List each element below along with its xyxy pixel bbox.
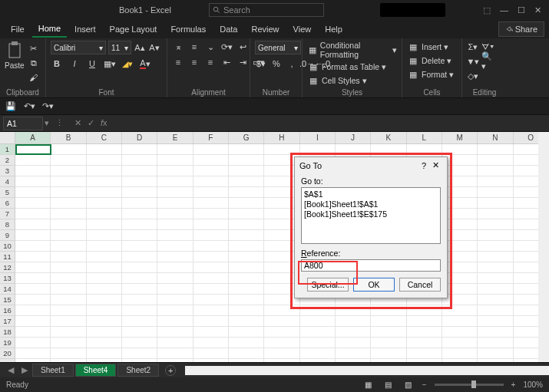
cell[interactable] [157,359,193,362]
cell[interactable] [300,144,336,155]
cell[interactable] [157,219,193,230]
row-header[interactable]: 4 [0,176,15,187]
cell[interactable] [15,241,51,252]
cell[interactable] [15,176,51,187]
row-header[interactable]: 10 [0,241,15,252]
cell[interactable] [229,252,264,262]
cell[interactable] [193,359,229,362]
cell[interactable] [442,359,478,362]
normal-view-icon[interactable]: ▦ [362,379,375,391]
cell[interactable] [193,209,229,219]
underline-icon[interactable]: U [86,58,98,70]
cell[interactable] [478,187,513,198]
column-header[interactable]: E [157,132,193,143]
tab-file[interactable]: File [5,21,31,37]
cell[interactable] [442,316,478,327]
percent-icon[interactable]: % [270,58,283,70]
row-header[interactable]: 3 [0,166,15,176]
cell[interactable] [122,230,157,241]
insert-cells-button[interactable]: ▦Insert▾ [407,41,448,53]
align-bottom-icon[interactable]: ⌄ [204,41,217,53]
cell[interactable] [229,316,264,327]
cell[interactable] [300,338,336,348]
cell[interactable] [478,155,513,166]
font-color-icon[interactable]: A▾ [139,58,151,70]
cell[interactable] [478,316,513,327]
cell[interactable] [51,252,86,262]
cell[interactable] [407,327,442,338]
cell[interactable] [122,295,157,305]
font-size-dropdown[interactable]: 11▾ [108,41,131,54]
row-header[interactable]: 14 [0,284,15,295]
cell[interactable] [229,166,264,176]
cell[interactable] [264,316,299,327]
cell[interactable] [193,305,229,316]
row-header[interactable]: 13 [0,273,15,284]
page-layout-view-icon[interactable]: ▤ [382,379,395,391]
clear-icon[interactable]: ◇▾ [467,70,479,82]
row-header[interactable]: 18 [0,327,15,338]
cell[interactable] [193,187,229,198]
row-header[interactable]: 11 [0,252,15,262]
cell[interactable] [51,359,86,362]
cell[interactable] [51,230,86,241]
cell[interactable] [229,230,264,241]
cell[interactable] [193,166,229,176]
fill-icon[interactable]: ▼▾ [467,55,479,68]
number-format-dropdown[interactable]: General▾ [255,41,301,54]
cancel-button[interactable]: Cancel [399,278,441,292]
cell[interactable] [336,327,371,338]
cell[interactable] [229,187,264,198]
cell[interactable] [300,316,336,327]
minimize-icon[interactable]: — [500,5,508,15]
cell[interactable] [15,305,51,316]
cell[interactable] [478,252,513,262]
name-box[interactable]: A1 [3,117,43,130]
cell[interactable] [15,155,51,166]
cell[interactable] [157,155,193,166]
cell[interactable] [478,273,513,284]
column-header[interactable]: C [87,132,122,143]
save-icon[interactable]: 💾 [5,100,17,113]
cell[interactable] [407,338,442,348]
decrease-indent-icon[interactable]: ⇤ [220,56,233,68]
sheet-tab[interactable]: Sheet4 [75,364,117,377]
maximize-icon[interactable]: ☐ [518,5,525,15]
row-header[interactable]: 17 [0,316,15,327]
cell[interactable] [264,359,299,362]
cell[interactable] [229,209,264,219]
cell[interactable] [193,252,229,262]
cell[interactable] [15,144,51,155]
cell[interactable] [51,198,86,209]
cell[interactable] [122,338,157,348]
search-box[interactable]: Search [209,3,324,17]
share-button[interactable]: Share [498,21,544,37]
cell[interactable] [264,338,299,348]
vertical-scrollbar[interactable] [538,132,549,362]
zoom-slider[interactable] [435,384,504,386]
cell[interactable] [122,348,157,359]
cell[interactable] [15,327,51,338]
cell[interactable] [193,273,229,284]
tab-page-layout[interactable]: Page Layout [104,21,164,37]
column-header[interactable]: H [264,132,299,143]
cell[interactable] [87,348,122,359]
cell[interactable] [87,219,122,230]
cell[interactable] [442,144,478,155]
cell[interactable] [229,338,264,348]
tab-review[interactable]: Review [245,21,285,37]
cell-styles-button[interactable]: ▦Cell Styles▾ [307,74,367,87]
sheet-tab[interactable]: Sheet2 [117,364,159,377]
cell[interactable] [193,241,229,252]
cell[interactable] [407,144,442,155]
column-headers[interactable]: ABCDEFGHIJKLMNO [15,132,549,144]
tab-view[interactable]: View [287,21,318,37]
fill-color-icon[interactable]: ◢▾ [121,58,134,70]
cell[interactable] [157,327,193,338]
cell[interactable] [371,327,406,338]
cells-area[interactable] [15,144,549,362]
row-header[interactable]: 19 [0,338,15,348]
increase-indent-icon[interactable]: ⇥ [236,56,249,68]
cell[interactable] [157,198,193,209]
cell[interactable] [51,305,86,316]
